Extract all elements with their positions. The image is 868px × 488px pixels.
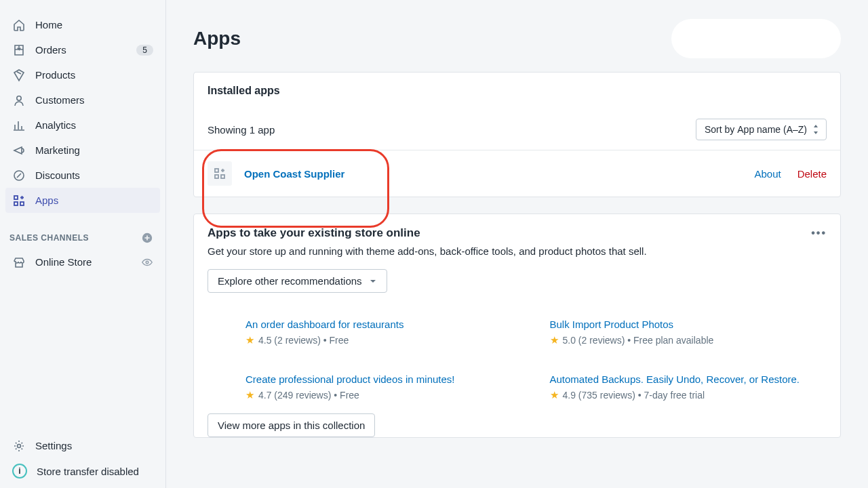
nav-label: Products <box>35 69 75 81</box>
star-icon: ★ <box>245 389 254 401</box>
sidebar-item-discounts[interactable]: Discounts <box>5 163 160 188</box>
products-icon <box>12 68 26 82</box>
gear-icon <box>12 439 26 453</box>
sidebar-item-customers[interactable]: Customers <box>5 87 160 113</box>
rec-meta: ★ 4.5 (2 reviews) • Free <box>245 334 523 346</box>
delete-link[interactable]: Delete <box>797 168 827 180</box>
sidebar-item-apps[interactable]: Apps <box>5 188 160 213</box>
recommendations-grid: An order dashboard for restaurants ★ 4.5… <box>194 306 840 404</box>
installed-apps-heading: Installed apps <box>208 85 827 97</box>
nav-label: Marketing <box>35 144 80 156</box>
sidebar-item-orders[interactable]: Orders 5 <box>5 37 160 62</box>
star-icon: ★ <box>550 334 559 346</box>
svg-rect-4 <box>14 202 18 205</box>
marketing-icon <box>12 144 26 157</box>
nav-label: Orders <box>35 44 66 56</box>
showing-count: Showing 1 app <box>208 124 275 136</box>
svg-rect-3 <box>20 202 24 205</box>
about-link[interactable]: About <box>754 168 781 180</box>
sidebar-item-marketing[interactable]: Marketing <box>5 138 160 163</box>
store-transfer-row[interactable]: i Store transfer disabled <box>5 458 160 484</box>
rec-meta: ★ 4.7 (249 reviews) • Free <box>245 389 523 401</box>
page-header: Apps <box>193 19 841 58</box>
rec-item[interactable]: Bulk Import Product Photos ★ 5.0 (2 revi… <box>550 319 827 346</box>
apps-icon <box>12 194 26 207</box>
rec-item[interactable]: Create professional product videos in mi… <box>245 373 523 401</box>
sidebar-item-analytics[interactable]: Analytics <box>5 113 160 138</box>
nav-label: Settings <box>35 440 72 451</box>
sidebar-item-home[interactable]: Home <box>5 12 160 37</box>
svg-point-6 <box>146 261 149 264</box>
nav-label: Customers <box>35 94 85 106</box>
nav-label: Discounts <box>35 169 80 181</box>
installed-app-row: Open Coast Supplier About Delete <box>194 150 840 197</box>
rec-item[interactable]: An order dashboard for restaurants ★ 4.5… <box>245 319 523 346</box>
svg-point-0 <box>17 96 21 100</box>
orders-icon <box>12 43 26 57</box>
nav-label: Home <box>35 19 62 30</box>
sidebar: Home Orders 5 Products Customers A <box>0 0 166 488</box>
sidebar-item-settings[interactable]: Settings <box>5 433 160 458</box>
recommendations-sub: Get your store up and running with theme… <box>194 245 840 269</box>
rec-item[interactable]: Automated Backups. Easily Undo, Recover,… <box>550 373 827 401</box>
installed-app-name[interactable]: Open Coast Supplier <box>244 168 344 180</box>
installed-apps-card: Installed apps Showing 1 app Sort by App… <box>193 72 841 197</box>
svg-rect-8 <box>215 169 218 172</box>
rec-meta: ★ 5.0 (2 reviews) • Free plan available <box>550 334 827 346</box>
main-content: Apps Installed apps Showing 1 app Sort b… <box>166 0 868 488</box>
explore-label: Explore other recommendations <box>218 275 362 287</box>
orders-badge: 5 <box>136 45 153 56</box>
explore-recommendations-button[interactable]: Explore other recommendations <box>208 269 387 293</box>
page-title: Apps <box>193 28 241 49</box>
app-highlight: Open Coast Supplier <box>208 161 344 186</box>
home-icon <box>12 18 26 32</box>
sort-value: App name (A–Z) <box>737 124 807 135</box>
rec-title[interactable]: Automated Backups. Easily Undo, Recover,… <box>550 373 827 385</box>
view-more-button[interactable]: View more apps in this collection <box>208 413 375 437</box>
info-icon: i <box>12 464 27 479</box>
sales-channels-header: SALES CHANNELS <box>0 226 165 249</box>
sidebar-item-online-store[interactable]: Online Store <box>5 249 160 274</box>
nav-label: Analytics <box>35 119 76 131</box>
star-icon: ★ <box>245 334 254 346</box>
svg-rect-9 <box>221 175 224 178</box>
transfer-label: Store transfer disabled <box>37 466 139 477</box>
view-more-label: View more apps in this collection <box>218 420 365 431</box>
sort-prefix: Sort by <box>705 124 734 135</box>
star-icon: ★ <box>550 389 559 401</box>
svg-rect-2 <box>14 196 18 199</box>
app-tile-icon <box>208 161 232 186</box>
customers-icon <box>12 94 26 107</box>
sidebar-item-products[interactable]: Products <box>5 62 160 87</box>
sort-caret-icon <box>812 125 819 134</box>
online-store-icon <box>12 256 26 269</box>
nav-label: Apps <box>35 195 58 206</box>
nav-label: Online Store <box>35 256 92 268</box>
analytics-icon <box>12 119 26 132</box>
chevron-down-icon <box>369 277 377 285</box>
recommendations-card: Apps to take your existing store online … <box>193 214 841 438</box>
sidebar-bottom: Settings i Store transfer disabled <box>0 433 165 488</box>
rec-title[interactable]: Bulk Import Product Photos <box>550 319 827 330</box>
section-label: SALES CHANNELS <box>9 233 89 243</box>
channels-list: Online Store <box>0 249 165 274</box>
svg-rect-10 <box>215 175 218 178</box>
header-action-pill[interactable] <box>671 19 841 58</box>
more-actions-icon[interactable]: ••• <box>811 227 827 239</box>
svg-point-7 <box>18 444 21 447</box>
rec-meta: ★ 4.9 (735 reviews) • 7-day free trial <box>550 389 827 401</box>
add-channel-icon[interactable] <box>141 232 153 244</box>
nav-list: Home Orders 5 Products Customers A <box>0 12 165 213</box>
rec-title[interactable]: Create professional product videos in mi… <box>245 373 523 385</box>
discounts-icon <box>12 169 26 182</box>
view-store-icon[interactable] <box>141 256 153 268</box>
sort-select[interactable]: Sort by App name (A–Z) <box>696 119 827 140</box>
rec-title[interactable]: An order dashboard for restaurants <box>245 319 523 330</box>
recommendations-heading: Apps to take your existing store online <box>208 226 420 240</box>
